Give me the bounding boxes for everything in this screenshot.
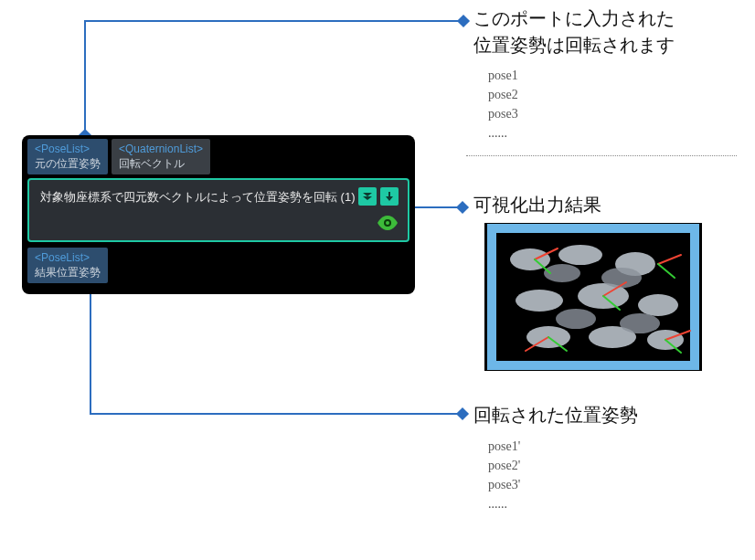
input-port-quaternionlist[interactable]: <QuaternionList> 回転ベクトル	[112, 139, 210, 174]
callout-viz-title: 可視化出力結果	[473, 192, 601, 218]
node-body[interactable]: 対象物座標系で四元数ベクトルによって位置姿勢を回転 (1)	[27, 178, 409, 242]
pose-item: pose2	[488, 85, 518, 104]
pose-item: pose3	[488, 104, 518, 123]
separator-dotted	[466, 155, 737, 156]
pose-item: pose3'	[488, 475, 520, 494]
connector-diamond	[457, 15, 470, 27]
callout-text: 可視化出力結果	[473, 195, 601, 215]
pose-item: pose1'	[488, 437, 520, 456]
callout-line1: このポートに入力された	[473, 8, 675, 28]
graph-node: <PoseList> 元の位置姿勢 <QuaternionList> 回転ベクト…	[22, 135, 415, 294]
pose-item: ......	[488, 123, 518, 143]
visualization-thumbnail	[484, 223, 702, 371]
input-pose-list: pose1 pose2 pose3 ......	[488, 66, 518, 143]
output-port-row: <PoseList> 結果位置姿勢	[27, 248, 409, 283]
pose-item: pose2'	[488, 456, 520, 475]
svg-point-14	[556, 309, 596, 329]
input-port-row: <PoseList> 元の位置姿勢 <QuaternionList> 回転ベクト…	[27, 139, 409, 174]
output-pose-list: pose1' pose2' pose3' ......	[488, 437, 520, 513]
svg-point-6	[516, 290, 563, 312]
node-title: 対象物座標系で四元数ベクトルによって位置姿勢を回転 (1)	[40, 189, 397, 206]
svg-point-8	[638, 294, 678, 316]
pose-item: pose1	[488, 66, 518, 85]
port-type: <PoseList>	[35, 143, 101, 157]
connector-diamond	[456, 201, 469, 214]
node-toolbar	[358, 187, 399, 206]
collapse-down-button[interactable]	[358, 187, 377, 206]
callout-text: 回転された位置姿勢	[473, 405, 638, 425]
svg-point-1	[386, 221, 389, 225]
connector-line	[90, 413, 463, 415]
callout-input-title: このポートに入力された 位置姿勢は回転されます	[473, 5, 675, 58]
svg-line-21	[658, 264, 675, 278]
callout-output-title: 回転された位置姿勢	[473, 402, 638, 428]
connector-diamond	[456, 407, 469, 420]
port-label: 結果位置姿勢	[35, 266, 101, 279]
port-type: <QuaternionList>	[119, 143, 203, 157]
svg-point-15	[620, 313, 660, 333]
connector-line	[84, 20, 86, 135]
connector-line	[84, 20, 463, 22]
arrow-down-button[interactable]	[380, 187, 399, 206]
port-label: 元の位置姿勢	[35, 157, 101, 170]
port-label: 回転ベクトル	[119, 157, 185, 170]
output-port-poselist[interactable]: <PoseList> 結果位置姿勢	[27, 248, 108, 283]
visualize-icon[interactable]	[377, 215, 399, 235]
input-port-poselist[interactable]: <PoseList> 元の位置姿勢	[27, 139, 108, 174]
svg-point-4	[558, 245, 602, 265]
svg-line-20	[658, 255, 681, 264]
port-type: <PoseList>	[35, 251, 101, 266]
pose-item: ......	[488, 494, 520, 513]
callout-line2: 位置姿勢は回転されます	[473, 35, 675, 55]
